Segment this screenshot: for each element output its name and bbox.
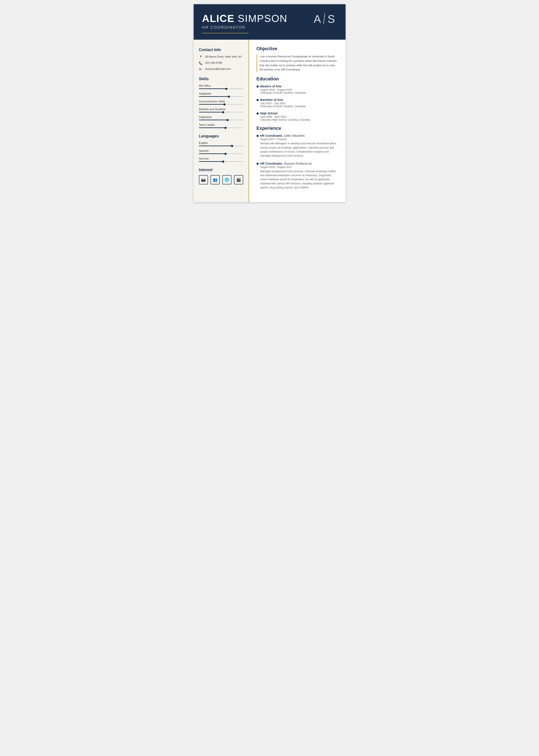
- skills-section: Skills MS Office Adaptable Communication…: [199, 77, 243, 128]
- experience-list: HR Coordinator, Celtic Industries August…: [257, 134, 338, 190]
- language-bar-dot: [222, 161, 224, 163]
- objective-section: Objective I am a Human Resources Postgra…: [257, 46, 338, 72]
- exp-company: Celtic Industries: [284, 134, 305, 137]
- email-icon: ✉: [199, 67, 203, 71]
- monogram: A / S: [314, 11, 335, 28]
- language-bar-dot: [231, 145, 233, 147]
- last-name: SIMPSON: [238, 13, 287, 24]
- skills-title: Skills: [199, 77, 243, 81]
- exp-title: HR Coordinator, Celtic Industries: [260, 134, 338, 137]
- header-divider: [202, 33, 249, 33]
- language-item: German: [199, 157, 243, 162]
- edu-dates: April 2006 - April 2010: [260, 115, 338, 118]
- language-bar-track: [199, 161, 243, 162]
- language-label: Spanish: [199, 149, 243, 152]
- exp-title: HR Coordinator, Jhonson Products,Inc: [260, 162, 338, 165]
- edu-degree: Bachelor of Arts: [260, 98, 338, 102]
- skill-bar-dot: [228, 96, 230, 98]
- skill-bar-fill: [199, 127, 225, 128]
- exp-desc: Worked with Managers to develop and exec…: [260, 142, 338, 158]
- skill-label: Organised: [199, 115, 243, 118]
- monogram-a: A: [314, 14, 321, 25]
- skills-list: MS Office Adaptable Communication Skills…: [199, 84, 243, 128]
- languages-title: Languages: [199, 134, 243, 138]
- edu-dates: July 2010 - July 2014: [260, 102, 338, 105]
- edu-school: University of South Carolina, Columbia: [260, 105, 338, 108]
- email-text: simpson@email.com: [205, 67, 231, 70]
- interests-title: Interest: [199, 168, 243, 172]
- experience-item: HR Coordinator, Celtic Industries August…: [257, 134, 338, 158]
- skill-label: MS Office: [199, 84, 243, 87]
- phone-icon: 📞: [199, 61, 203, 65]
- location-icon: 📍: [199, 55, 203, 59]
- skill-bar-track: [199, 104, 243, 105]
- language-bar-track: [199, 146, 243, 146]
- experience-title: Experience: [257, 125, 338, 131]
- interest-icon: 👥: [210, 175, 220, 185]
- language-bar-fill: [199, 153, 225, 154]
- skill-bar-track: [199, 127, 243, 128]
- skill-bar-fill: [199, 119, 228, 120]
- skill-label: Communication Skills: [199, 100, 243, 103]
- languages-section: Languages English Spanish German: [199, 134, 243, 162]
- contact-address: 📍 90 Myers Drive, New York, NY: [199, 55, 243, 59]
- interest-icon: 🎬: [234, 175, 243, 185]
- skill-bar-track: [199, 96, 243, 97]
- monogram-slash: /: [323, 11, 325, 28]
- objective-title: Objective: [257, 46, 338, 51]
- experience-section: Experience HR Coordinator, Celtic Indust…: [257, 125, 338, 190]
- contact-section: Contact Info 📍 90 Myers Drive, New York,…: [199, 48, 243, 71]
- skill-item: Team Leader: [199, 123, 243, 128]
- interest-icon: 🌐: [222, 175, 232, 185]
- skill-bar-fill: [199, 88, 226, 89]
- first-name: ALICE: [202, 13, 235, 24]
- objective-text: I am a Human Resources Postgraduate at U…: [257, 54, 338, 72]
- skill-bar-dot: [222, 111, 224, 113]
- language-bar-track: [199, 153, 243, 154]
- interest-icons-list: 📷👥🌐🎬: [199, 175, 243, 185]
- phone-text: 012-345-6789: [205, 61, 222, 64]
- skill-bar-dot: [224, 127, 227, 129]
- experience-item: HR Coordinator, Jhonson Products,Inc Aug…: [257, 162, 338, 190]
- skill-label: Team Leader: [199, 123, 243, 126]
- resume-container: ALICE SIMPSON HR COORDINATOR A / S Conta…: [193, 4, 346, 202]
- education-item: Masters of Arts August 2014 - August 201…: [257, 85, 338, 94]
- skill-bar-fill: [199, 104, 225, 105]
- education-item: Bachelor of Arts July 2010 - July 2014 U…: [257, 98, 338, 108]
- language-label: English: [199, 141, 243, 145]
- header: ALICE SIMPSON HR COORDINATOR A / S: [193, 4, 346, 40]
- contact-phone: 📞 012-345-6789: [199, 61, 243, 65]
- education-item: High School April 2006 - April 2010 Colu…: [257, 112, 338, 121]
- skill-label: Adaptable: [199, 92, 243, 95]
- language-item: English: [199, 141, 243, 146]
- skill-item: Reliable and Resilient: [199, 108, 243, 113]
- address-text: 90 Myers Drive, New York, NY: [205, 55, 242, 58]
- skill-bar-dot: [227, 119, 229, 121]
- skill-bar-dot: [225, 88, 227, 90]
- exp-desc: Managed background check process. Oversa…: [260, 170, 338, 190]
- contact-title: Contact Info: [199, 48, 243, 52]
- skill-item: Organised: [199, 115, 243, 120]
- edu-dates: August 2014 - August 2016: [260, 88, 338, 91]
- skill-bar-fill: [199, 96, 229, 97]
- education-section: Education Masters of Arts August 2014 - …: [257, 76, 338, 121]
- edu-degree: Masters of Arts: [260, 85, 338, 88]
- education-title: Education: [257, 76, 338, 82]
- skill-bar-track: [199, 112, 243, 113]
- edu-school: Columbia High School, Carolina, Columbia: [260, 118, 338, 121]
- skill-item: Communication Skills: [199, 100, 243, 105]
- language-label: German: [199, 157, 243, 160]
- languages-list: English Spanish German: [199, 141, 243, 162]
- education-list: Masters of Arts August 2014 - August 201…: [257, 85, 338, 121]
- skill-bar-track: [199, 119, 243, 120]
- exp-dates: August 2016 - August 2017: [260, 166, 338, 169]
- edu-degree: High School: [260, 112, 338, 115]
- sidebar: Contact Info 📍 90 Myers Drive, New York,…: [193, 40, 249, 202]
- skill-bar-track: [199, 88, 243, 89]
- interest-icon: 📷: [199, 175, 208, 185]
- skill-bar-dot: [223, 104, 225, 106]
- skill-item: Adaptable: [199, 92, 243, 97]
- language-item: Spanish: [199, 149, 243, 154]
- monogram-s: S: [328, 14, 335, 25]
- exp-company: Jhonson Products,Inc: [284, 162, 312, 165]
